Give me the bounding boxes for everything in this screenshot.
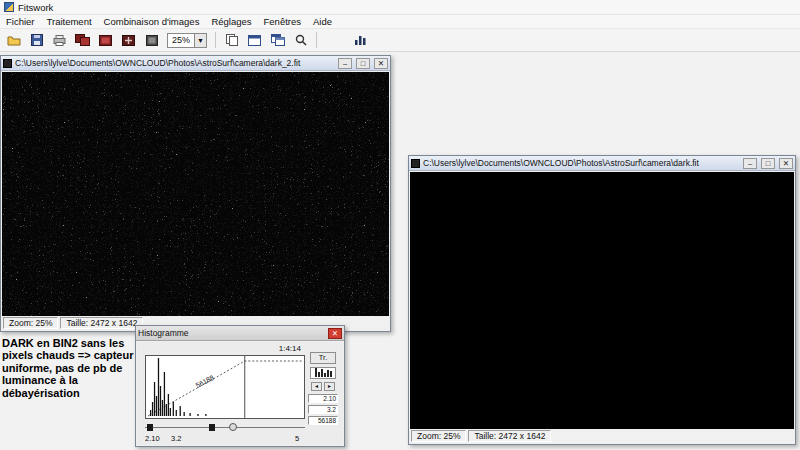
dark-size-status: Taille: 2472 x 1642 <box>468 430 551 442</box>
toolbar-separator <box>215 32 216 48</box>
minimize-icon[interactable]: – <box>338 58 352 69</box>
dark-statusbar: Zoom: 25% Taille: 2472 x 1642 <box>410 429 794 443</box>
zoom-combo[interactable]: 25% ▼ <box>167 33 207 48</box>
app-icon <box>4 2 14 12</box>
dark2-title: C:\Users\lylve\Documents\OWNCLOUD\Photos… <box>15 58 334 68</box>
menu-fichier[interactable]: Fichier <box>0 16 41 27</box>
menu-aide[interactable]: Aide <box>307 16 338 27</box>
document-icon <box>411 159 420 168</box>
axis-label-gamma: 3.2 <box>171 434 181 443</box>
dark2-image-canvas[interactable] <box>2 72 389 316</box>
print-icon[interactable] <box>49 31 70 50</box>
app-titlebar[interactable]: Fitswork <box>0 0 800 15</box>
slider-track <box>145 427 305 428</box>
zoom-value: 25% <box>168 35 194 45</box>
document-icon <box>3 59 12 68</box>
image-subtract-icon[interactable] <box>95 31 116 50</box>
histogram-axis: 2.10 3.2 5 <box>145 434 305 444</box>
histogram-controls: Tr. ◂ ▸ 2.10 3.2 56188 <box>306 352 340 442</box>
threshold-gamma-field[interactable]: 3.2 <box>308 405 338 414</box>
menu-traitement[interactable]: Traitement <box>41 16 98 27</box>
dark2-titlebar[interactable]: C:\Users\lylve\Documents\OWNCLOUD\Photos… <box>1 56 390 71</box>
gamma-handle[interactable] <box>229 423 237 431</box>
menu-combinaison[interactable]: Combinaison d'images <box>98 16 206 27</box>
dark2-zoom-status: Zoom: 25% <box>3 317 58 329</box>
maximize-icon[interactable]: □ <box>356 58 370 69</box>
histogram-slider <box>145 422 305 433</box>
save-icon[interactable] <box>26 31 47 50</box>
toolbar: 25% ▼ <box>0 29 800 52</box>
dark-image-canvas[interactable] <box>410 172 794 429</box>
open-file-icon[interactable] <box>3 31 24 50</box>
low-threshold-handle[interactable] <box>147 424 153 431</box>
dark-zoom-status: Zoom: 25% <box>411 430 466 442</box>
histogram-peak-label: 56188 <box>195 374 215 389</box>
axis-label-high: 5 <box>295 434 299 443</box>
step-arrows: ◂ ▸ <box>306 382 340 391</box>
dark2-size-status: Taille: 2472 x 1642 <box>60 317 143 329</box>
histogram-title: Histogramme <box>138 328 324 338</box>
threshold-low-field[interactable]: 2.10 <box>308 394 338 403</box>
dark-title: C:\Users\lylve\Documents\OWNCLOUD\Photos… <box>423 158 739 168</box>
histogram-coord-readout: 1:4:14 <box>279 344 301 353</box>
copy-icon[interactable] <box>221 31 242 50</box>
cascade-windows-icon[interactable] <box>267 31 288 50</box>
menubar: Fichier Traitement Combinaison d'images … <box>0 15 800 29</box>
magnifier-icon[interactable] <box>290 31 311 50</box>
image-combine-icon[interactable] <box>72 31 93 50</box>
new-window-icon[interactable] <box>244 31 265 50</box>
minimize-icon[interactable]: – <box>743 158 757 169</box>
histogram-toolbar-icon[interactable] <box>350 31 371 50</box>
histogram-plot[interactable]: 56188 <box>145 355 305 419</box>
dark-titlebar[interactable]: C:\Users\lylve\Documents\OWNCLOUD\Photos… <box>409 156 795 171</box>
threshold-high-field[interactable]: 56188 <box>308 416 338 425</box>
arrow-right-icon[interactable]: ▸ <box>324 382 335 391</box>
close-icon[interactable]: ✕ <box>374 58 388 69</box>
tr-button[interactable]: Tr. <box>310 352 336 364</box>
high-threshold-handle[interactable] <box>209 424 215 431</box>
image-window-dark2: C:\Users\lylve\Documents\OWNCLOUD\Photos… <box>0 55 391 332</box>
arrow-left-icon[interactable]: ◂ <box>311 382 322 391</box>
maximize-icon[interactable]: □ <box>761 158 775 169</box>
close-icon[interactable]: ✕ <box>328 328 342 339</box>
menu-fenetres[interactable]: Fenêtres <box>258 16 308 27</box>
chevron-down-icon[interactable]: ▼ <box>194 34 206 47</box>
image-window-dark: C:\Users\lylve\Documents\OWNCLOUD\Photos… <box>408 155 796 445</box>
axis-label-low: 2.10 <box>145 434 160 443</box>
toolbar-separator <box>316 32 317 48</box>
image-add-icon[interactable] <box>118 31 139 50</box>
close-icon[interactable]: ✕ <box>779 158 793 169</box>
histogram-titlebar[interactable]: Histogramme ✕ <box>136 326 344 341</box>
histogram-body: 1:4:14 56188 2.10 3.2 5 Tr. <box>137 342 343 445</box>
equalize-icon[interactable] <box>310 367 336 379</box>
menu-reglages[interactable]: Réglages <box>205 16 257 27</box>
annotation-note: DARK en BIN2 sans les pixels chauds => c… <box>2 337 135 399</box>
histogram-window: Histogramme ✕ 1:4:14 56188 2.10 3.2 5 Tr… <box>135 325 345 447</box>
app-title: Fitswork <box>18 2 53 13</box>
batch-process-icon[interactable] <box>141 31 162 50</box>
